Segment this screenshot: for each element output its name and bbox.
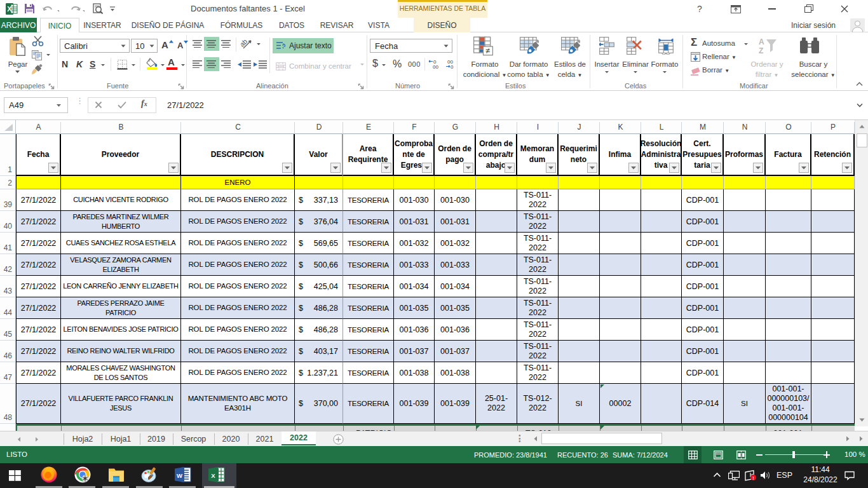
svg-text:W: W <box>177 472 182 479</box>
svg-text:A: A <box>759 37 764 46</box>
svg-text:≠: ≠ <box>486 46 491 55</box>
svg-text:X: X <box>211 472 215 479</box>
svg-text:00: 00 <box>433 64 438 69</box>
svg-text:0: 0 <box>451 64 454 69</box>
svg-text:Z: Z <box>759 46 763 55</box>
svg-text:!: ! <box>752 475 754 481</box>
